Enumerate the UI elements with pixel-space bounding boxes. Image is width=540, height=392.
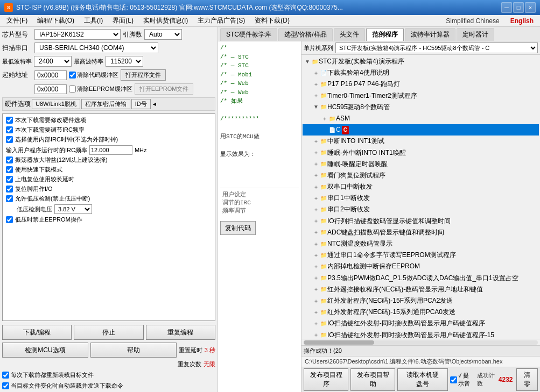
option-7[interactable]: 上电复位使用较长延时 — [6, 175, 212, 183]
volt-label: 低压检测电压 — [17, 205, 52, 213]
hw-options-label: 硬件选项 — [5, 99, 31, 109]
auto-load-row: 每次下载前都重新装载目标文件 — [2, 371, 215, 379]
auto-load-checkbox[interactable] — [2, 372, 9, 379]
tree-node-3[interactable]: ＋ 📁 Timer0-Timer1-Timer2测试程序 — [303, 90, 539, 102]
u8w-btn[interactable]: U8W/Link1脱机 — [32, 99, 80, 109]
tree-node-20[interactable]: ＋ 📁 红外遥控接收程序(NEC码)-数码管显示用户地址和键值 — [303, 284, 539, 295]
tip-sound-checkbox[interactable]: √ 提示音 — [450, 372, 474, 388]
tree-node-8[interactable]: ＋ 📁 睡眠-外中断INTO INT1唤醒 — [303, 147, 539, 159]
clear-code-checkbox[interactable]: 清除代码缓冲区 — [69, 71, 118, 79]
help-btn[interactable]: 帮助 — [90, 343, 177, 358]
id-btn[interactable]: ID号 — [131, 99, 151, 109]
hw-options-bar: 硬件选项 U8W/Link1脱机 程序加密后传输 ID号 ◄ — [2, 97, 215, 111]
code-area: /* /* — STC /* — STC /* — Mobi /* — Web … — [218, 41, 301, 392]
folder-icon-0: 📁 — [311, 58, 319, 66]
close-button[interactable]: × — [525, 2, 536, 13]
reprogram-btn[interactable]: 重复编程 — [146, 325, 215, 340]
open-file-btn[interactable]: 打开程序文件 — [121, 69, 166, 81]
auto-send-checkbox[interactable] — [2, 382, 9, 389]
option-3[interactable]: 选择使用内部IRC时钟(不选为外部时钟) — [6, 136, 212, 144]
tree-node-4[interactable]: ▼ 📁 HC595驱动8个数码管 — [303, 102, 539, 113]
clear-eeprom-checkbox[interactable]: 清除EEPROM缓冲区 — [69, 85, 132, 93]
chip-select[interactable]: IAP15F2K61S2 — [34, 29, 121, 40]
auto-load-label: 每次下载前都重新装载目标文件 — [11, 371, 94, 379]
min-baud-select[interactable]: 2400 — [34, 56, 72, 67]
node-text-18: 内部掉电检测中断保存EEPROM — [327, 261, 420, 272]
menu-tools[interactable]: 工具(I) — [80, 15, 107, 26]
copy-code-btn[interactable]: 复制代码 — [220, 221, 256, 235]
node-text-12: 串口1中断收发 — [327, 193, 370, 203]
menu-ads[interactable]: 主力产品广告(S) — [193, 15, 249, 26]
simplified-chinese-menu[interactable]: Simplified Chinese — [441, 16, 503, 26]
english-menu[interactable]: English — [506, 16, 538, 26]
maximize-button[interactable]: □ — [513, 2, 524, 13]
tree-node-9[interactable]: ＋ 📁 睡眠-唤醒定时器唤醒 — [303, 159, 539, 170]
tree-select[interactable]: STC开发板(实验箱4)演示程序 - HC595驱动8个数码管 - C — [335, 42, 538, 53]
tree-node-19[interactable]: ＋ 📁 P3.5输出PWM做DAC_P1.5做ADC读入DAC输出值_串口1设置… — [303, 273, 539, 284]
start-addr-input[interactable] — [34, 70, 67, 80]
stop-btn[interactable]: 停止 — [74, 325, 143, 340]
option-8[interactable]: 复位脚用作I/O — [6, 185, 212, 193]
eeprom-addr-input[interactable] — [34, 84, 67, 94]
tree-node-6[interactable]: 📄 C C — [303, 124, 539, 136]
hw-arrow[interactable]: ◄ — [152, 101, 157, 107]
scan-select[interactable]: USB-SERIAL CH340 (COM4) — [34, 42, 158, 53]
tree-node-1[interactable]: ＋ 📄 下载实验箱4使用说明 — [303, 67, 539, 79]
tab-header[interactable]: 头文件 — [334, 28, 365, 41]
repeat-row: 重复次数 无限 — [2, 360, 215, 368]
tree-node-22[interactable]: ＋ 📁 红外发射程序(NEC码)-15系列通用PCA0发送 — [303, 307, 539, 318]
menu-download[interactable]: 资料下载(D) — [250, 15, 294, 26]
tree-node-14[interactable]: ＋ 📁 IO行列扫描键盘数码管显示键值和调整时间 — [303, 216, 539, 227]
open-eeprom-btn[interactable]: 打开EEPROM文件 — [135, 83, 194, 95]
tree-node-15[interactable]: ＋ 📁 ADC键盘扫描数码管显示键值和调整时间 — [303, 227, 539, 238]
irc-freq-input[interactable] — [89, 145, 132, 155]
tree-node-13[interactable]: ＋ 📁 串口2中断收发 — [303, 204, 539, 215]
pin-select[interactable]: Auto — [144, 29, 182, 40]
menu-interface[interactable]: 界面(L) — [108, 15, 138, 26]
volt-select[interactable]: 3.82 V — [54, 204, 92, 214]
encrypt-btn[interactable]: 程序加密后传输 — [81, 99, 130, 109]
node-text-4: HC595驱动8个数码管 — [327, 102, 390, 112]
option-6[interactable]: 使用快速下载模式 — [6, 166, 212, 174]
menu-program[interactable]: 编程/下载(O) — [33, 15, 79, 26]
publish-program-btn[interactable]: 发布项目程序 — [304, 368, 348, 391]
tree-node-2[interactable]: ＋ 📁 P17 P16 P47 P46-跑马灯 — [303, 79, 539, 90]
tree-node-24[interactable]: ＋ 📁 IO扫描键红外发射-同时接收数码管显示用户码键值程序-15 — [303, 330, 539, 339]
tree-node-5[interactable]: ＋ 📁 ASM — [303, 113, 539, 124]
tab-baud[interactable]: 波特率计算器 — [405, 28, 455, 41]
tree-node-21[interactable]: ＋ 📁 红外发射程序(NEC码)-15F系列用PCA2发送 — [303, 295, 539, 307]
tree-node-18[interactable]: ＋ 📁 内部掉电检测中断保存EEPROM — [303, 261, 539, 272]
option-5[interactable]: 振荡器放大增益(12M以上建议选择) — [6, 156, 212, 164]
minimize-button[interactable]: ─ — [501, 2, 512, 13]
tab-examples[interactable]: 范例程序 — [366, 28, 404, 41]
tree-node-16[interactable]: ＋ 📁 NTC测温度数码管显示 — [303, 238, 539, 250]
tab-hardware[interactable]: STC硬件教学库 — [220, 28, 277, 41]
detect-btn[interactable]: 检测MCU选项 — [2, 343, 88, 358]
tab-product[interactable]: 选型/价格/样品 — [278, 28, 333, 41]
tree-node-23[interactable]: ＋ 📁 IO扫描键红外发射-同时接收数码管显示用户码键值程序 — [303, 318, 539, 329]
menu-file[interactable]: 文件(F) — [2, 15, 32, 26]
tab-timer[interactable]: 定时器计 — [457, 28, 494, 41]
tree-node-17[interactable]: ＋ 📁 通过串口1命令多字节读写EEPROM测试程序 — [303, 250, 539, 261]
node-text-5: ASM — [336, 113, 350, 124]
menu-supply[interactable]: 实时供货信息(I) — [139, 15, 192, 26]
download-btn[interactable]: 下载/编程 — [2, 325, 72, 340]
max-baud-select[interactable]: 115200 — [106, 56, 143, 67]
tree-scroll[interactable]: ▼ 📁 STC开发板(实验箱4)演示程序 ＋ 📄 下载实验箱4使用说明 — [301, 55, 540, 339]
clear-count-btn[interactable]: 清零 — [516, 368, 538, 391]
option-9-label: 允许低压检测(禁止低压中断) — [15, 195, 90, 203]
option-11[interactable]: 低压时禁止EEPROM操作 — [6, 216, 212, 224]
tree-node-7[interactable]: ＋ 📁 中断INTO INT1测试 — [303, 136, 539, 147]
publish-help-btn[interactable]: 发布项目帮助 — [350, 368, 395, 391]
tree-node-12[interactable]: ＋ 📁 串口1中断收发 — [303, 193, 539, 204]
horizontal-scrollbar[interactable] — [301, 339, 540, 345]
title-bar-left: S STC-ISP (V6.89B) (服务电话/销售电话: 0513-5501… — [4, 3, 343, 12]
option-1[interactable]: 本次下载需要修改硬件选项 — [6, 116, 212, 124]
tree-node-11[interactable]: ＋ 📁 双串口中断收发 — [303, 181, 539, 193]
option-2[interactable]: 本次下载需要调节IRC频率 — [6, 126, 212, 134]
option-9[interactable]: 允许低压检测(禁止低压中断) — [6, 195, 212, 203]
tree-node-10[interactable]: ＋ 📁 看门狗复位测试程序 — [303, 170, 539, 181]
tree-node-0[interactable]: ▼ 📁 STC开发板(实验箱4)演示程序 — [303, 56, 539, 67]
action-bar-right: √ 提示音 成功计数 4232 清零 — [450, 368, 538, 391]
read-disk-btn[interactable]: 读取本机硬盘号 — [397, 368, 447, 391]
